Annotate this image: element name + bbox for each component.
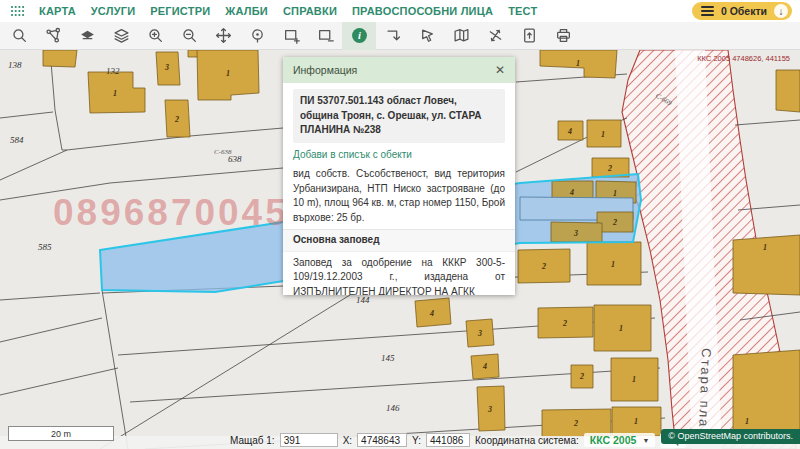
building-label: 3 [164,63,169,72]
hamburger-icon [701,6,714,16]
pan-icon [215,27,232,44]
crs-reference-label: ККС 2005 4748626, 441155 [697,54,790,63]
apps-grid-icon[interactable] [10,5,25,17]
building-label: 2 [607,164,612,173]
x-label: X: [343,435,352,446]
scale-bar-label: 20 m [51,429,71,439]
nav-item-5[interactable]: СПРАВКИ [283,5,337,17]
building-label: 4 [569,188,574,197]
tool-select-cursor-button[interactable] [410,22,444,50]
info-panel: Информация ✕ ПИ 53707.501.143 област Лов… [283,57,515,295]
main-menu: КАРТАУСЛУГИРЕГИСТРИЖАЛБИСПРАВКИПРАВОСПОС… [39,5,537,17]
tool-locate-button[interactable] [240,22,274,50]
measure-icon [385,27,402,44]
objects-button[interactable]: 0 Обекти ↓ [692,2,792,20]
order-section-header: Основна заповед [283,229,515,252]
tool-pan-button[interactable] [206,22,240,50]
x-coordinate-input[interactable] [357,433,407,447]
tool-info-button[interactable]: i [342,22,376,50]
map-toolbar: i [0,22,800,50]
building-label: 2 [573,419,578,428]
parcel-label: 585 [38,242,52,252]
order-text: Заповед за одобрение на КККР 300-5-109/1… [293,256,505,296]
layers-icon [113,27,130,44]
tool-zoom-rect-in-button[interactable] [274,22,308,50]
nav-item-1[interactable]: КАРТА [39,5,76,17]
nav-item-4[interactable]: ЖАЛБИ [225,5,268,17]
info-panel-body: ПИ 53707.501.143 област Ловеч, община Тр… [283,83,515,295]
building-label: 4 [429,309,434,318]
download-arrow-icon[interactable]: ↓ [774,4,788,18]
building-label: 1 [113,89,117,98]
nav-item-2[interactable]: УСЛУГИ [91,5,135,17]
crs-select[interactable]: ККС 2005 ▼ [584,433,655,447]
building-label: 1 [226,69,230,78]
zoom-out-icon [181,27,198,44]
rotate-icon [487,27,504,44]
tool-print-button[interactable] [546,22,580,50]
building [733,350,800,432]
scale-input[interactable] [280,433,338,447]
building-label: 1 [613,189,617,198]
building-label: 1 [763,243,767,252]
tool-zoom-in-button[interactable] [138,22,172,50]
export-icon [521,27,538,44]
parcel-label: 144 [356,295,370,305]
y-coordinate-input[interactable] [426,433,470,447]
tool-export-button[interactable] [512,22,546,50]
tool-layers-button[interactable] [104,22,138,50]
print-icon [555,27,572,44]
building-label: 2 [562,319,567,328]
base-layer-icon [79,27,96,44]
parcel-label: 145 [381,353,395,363]
parcel-label: 638 [228,154,242,164]
tool-base-layer-button[interactable] [70,22,104,50]
tool-rotate-button[interactable] [478,22,512,50]
nav-item-7[interactable]: ТЕСТ [508,5,537,17]
y-label: Y: [412,435,421,446]
tool-select-features-button[interactable] [36,22,70,50]
svg-text:i: i [358,30,361,41]
tool-zoom-rect-out-button[interactable] [308,22,342,50]
top-navigation: КАРТАУСЛУГИРЕГИСТРИЖАЛБИСПРАВКИПРАВОСПОС… [0,0,800,22]
building-label: 4 [482,362,487,371]
tool-zoom-out-button[interactable] [172,22,206,50]
search-icon [11,27,28,44]
building-label: 2 [174,115,179,124]
parcel-label: 138 [8,60,22,70]
building-label: 3 [477,329,482,338]
scale-bar: 20 m [8,426,114,441]
objects-count-label: 0 Обекти [721,5,767,17]
add-to-objects-link[interactable]: Добави в списък с обекти [293,148,505,163]
building-label: 1 [619,324,623,333]
building-label: 2 [612,218,617,227]
watermark: 0896870045 [53,192,289,234]
building-label: 2 [541,262,546,271]
building-label: 1 [576,59,580,68]
parcel-identifier: ПИ 53707.501.143 област Ловеч, община Тр… [293,89,505,143]
tool-measure-button[interactable] [376,22,410,50]
street-name-label: Стара пла [696,348,714,429]
panel-title-label: Информация [293,64,357,76]
crs-label: Координатна система: [475,435,579,446]
parcel-label: 132 [106,66,120,76]
tool-map-sheet-button[interactable] [444,22,478,50]
select-features-icon [45,27,62,44]
scale-label: Мащаб 1: [230,435,275,446]
zoom-rect-out-icon [317,27,334,44]
building-label: 1 [634,417,638,426]
building-label: 3 [573,229,578,238]
map-sheet-icon [453,27,470,44]
nav-item-6[interactable]: ПРАВОСПОСОБНИ ЛИЦА [352,5,493,17]
building [776,70,800,112]
zoom-rect-in-icon [283,27,300,44]
osm-attribution-link[interactable]: © OpenStreetMap contributors. [661,429,800,444]
building-label: 2 [579,372,584,381]
info-icon: i [351,27,368,44]
close-icon[interactable]: ✕ [495,64,505,76]
kais-cadastre-app: 138132584585С-638638144145146С-669Стара … [0,0,800,449]
tool-search-button[interactable] [2,22,36,50]
nav-item-3[interactable]: РЕГИСТРИ [150,5,210,17]
building-label: 4 [567,127,572,136]
crs-value: ККС 2005 [590,434,637,446]
